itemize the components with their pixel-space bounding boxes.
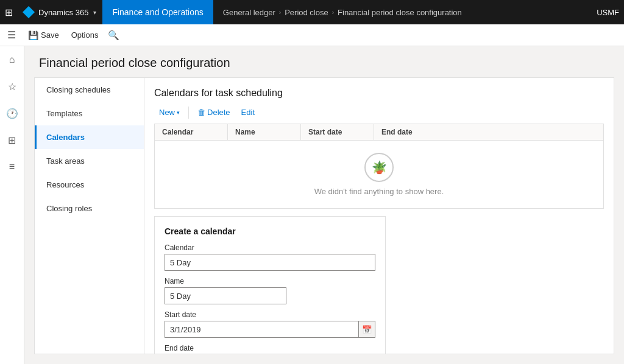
panels: Closing schedules Templates Calendars Ta… xyxy=(24,77,624,364)
save-button[interactable]: 💾 Save xyxy=(23,28,64,43)
chevron-down-icon: ▾ xyxy=(177,110,180,116)
dynamics-label: Dynamics 365 xyxy=(38,8,88,17)
create-calendar-form: Create a calendar Calendar Name Start da… xyxy=(154,216,386,354)
chevron-down-icon: ▾ xyxy=(93,9,96,16)
col-name: Name xyxy=(228,124,301,140)
options-button[interactable]: Options xyxy=(66,28,104,42)
breadcrumb-sep: › xyxy=(279,9,281,16)
toolbar: ☰ 💾 Save Options 🔍 xyxy=(0,24,624,46)
calendar-label: Calendar xyxy=(165,243,375,252)
col-start-date: Start date xyxy=(301,124,374,140)
star-icon[interactable]: ☆ xyxy=(4,78,21,95)
section-title: Calendars for task scheduling xyxy=(154,88,604,99)
col-end-date: End date xyxy=(374,124,603,140)
start-date-field-group: Start date 📅 xyxy=(165,310,375,338)
search-button[interactable]: 🔍 xyxy=(108,30,119,41)
form-title: Create a calendar xyxy=(165,226,375,236)
sidebar-item-templates[interactable]: Templates xyxy=(35,102,144,125)
col-calendar: Calendar xyxy=(155,124,228,140)
sidebar-item-closing-roles[interactable]: Closing roles xyxy=(35,197,144,220)
edit-button[interactable]: Edit xyxy=(236,106,260,119)
breadcrumb-sep: › xyxy=(332,9,334,16)
name-field-group: Name xyxy=(165,277,375,304)
separator xyxy=(188,107,189,119)
grid-nav-icon[interactable]: ⊞ xyxy=(4,131,21,149)
new-button[interactable]: New ▾ xyxy=(154,106,185,119)
grid-icon[interactable]: ⊞ xyxy=(5,7,13,18)
hamburger-icon[interactable]: ☰ xyxy=(7,29,16,41)
recent-icon[interactable]: 🕐 xyxy=(4,105,21,122)
main-layout: ⌂ ☆ 🕐 ⊞ ≡ Financial period close configu… xyxy=(0,46,624,364)
page-title: Financial period close configuration xyxy=(24,46,624,77)
pot-icon: 🪴 xyxy=(372,160,387,175)
dynamics-icon xyxy=(23,6,35,18)
action-bar: New ▾ 🗑 Delete Edit xyxy=(154,106,604,119)
start-date-input[interactable] xyxy=(165,321,358,338)
start-date-calendar-icon[interactable]: 📅 xyxy=(358,321,375,338)
home-icon[interactable]: ⌂ xyxy=(4,51,21,68)
calendar-input[interactable] xyxy=(165,254,375,271)
sidebar-item-calendars[interactable]: Calendars xyxy=(35,125,144,149)
dynamics-brand[interactable]: Dynamics 365 ▾ xyxy=(16,0,102,24)
breadcrumb-item[interactable]: Financial period close configuration xyxy=(338,8,462,17)
breadcrumb-item[interactable]: Period close xyxy=(285,8,328,17)
start-date-label: Start date xyxy=(165,310,375,319)
end-date-field-group: End date 📅 xyxy=(165,344,375,354)
end-date-label: End date xyxy=(165,344,375,352)
data-table: Calendar Name Start date End date 🪴 We d… xyxy=(154,124,604,209)
sidebar-item-resources[interactable]: Resources xyxy=(35,173,144,197)
top-bar: ⊞ Dynamics 365 ▾ Finance and Operations … xyxy=(0,0,624,24)
sidebar-item-closing-schedules[interactable]: Closing schedules xyxy=(35,78,144,102)
breadcrumb-item[interactable]: General ledger xyxy=(223,8,275,17)
table-empty: 🪴 We didn't find anything to show here. xyxy=(155,141,603,208)
start-date-input-wrapper: 📅 xyxy=(165,321,375,338)
calendar-field-group: Calendar xyxy=(165,243,375,271)
trash-icon: 🗑 xyxy=(197,108,205,117)
sidebar-item-task-areas[interactable]: Task areas xyxy=(35,149,144,173)
name-label: Name xyxy=(165,277,375,285)
app-title: Finance and Operations xyxy=(102,0,213,24)
name-input[interactable] xyxy=(165,287,286,304)
table-header: Calendar Name Start date End date xyxy=(155,124,603,141)
icon-sidebar: ⌂ ☆ 🕐 ⊞ ≡ xyxy=(0,46,24,364)
list-icon[interactable]: ≡ xyxy=(4,158,21,175)
user-badge: USMF xyxy=(597,8,619,17)
save-icon: 💾 xyxy=(28,30,38,40)
empty-icon: 🪴 xyxy=(364,153,394,182)
delete-button[interactable]: 🗑 Delete xyxy=(193,106,235,119)
left-nav: Closing schedules Templates Calendars Ta… xyxy=(34,77,144,354)
right-panel: Calendars for task scheduling New ▾ 🗑 De… xyxy=(144,77,614,354)
content-area: Financial period close configuration Clo… xyxy=(24,46,624,364)
breadcrumbs: General ledger › Period close › Financia… xyxy=(213,8,597,17)
